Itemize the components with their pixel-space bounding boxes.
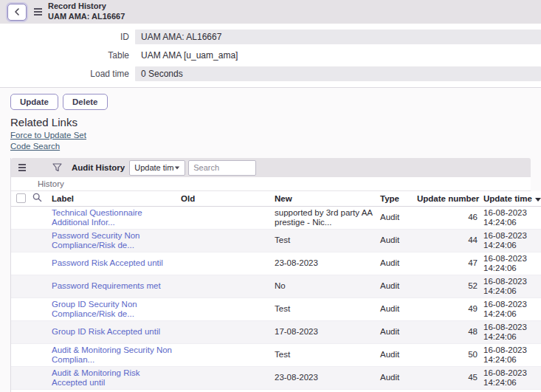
list-context-menu-button[interactable] <box>18 164 39 171</box>
list-title: Audit History <box>72 163 125 172</box>
old-value <box>179 275 272 298</box>
update-clock: 14:24:06 <box>483 241 539 250</box>
column-header-update-time[interactable]: Update time <box>481 191 541 206</box>
update-date: 16-08-2023 <box>483 254 539 264</box>
page-title-line2: UAM AMA: AL16667 <box>48 12 125 22</box>
update-time-value: 16-08-202314:24:06 <box>481 366 541 389</box>
form-row-load-time: Load time 0 Seconds <box>0 66 541 81</box>
table-row[interactable]: Technical Questionnaire Additional Infor… <box>11 206 541 229</box>
update-clock: 14:24:06 <box>483 264 539 273</box>
new-value: Test <box>272 298 378 320</box>
type-value: Audit <box>378 206 415 229</box>
record-label-link[interactable]: Group ID Risk Accepted until <box>52 327 160 336</box>
record-label-link[interactable]: Password Risk Accepted until <box>52 258 163 267</box>
update-clock: 14:24:06 <box>483 332 539 342</box>
table-row[interactable]: Group ID Security Non Compliance/Risk de… <box>11 298 541 320</box>
old-value <box>179 366 272 389</box>
new-value: Test <box>272 229 378 252</box>
column-header-update-number[interactable]: Update number <box>415 191 481 206</box>
page-title-line1: Record History <box>48 1 125 12</box>
record-label-link[interactable]: Group ID Security Non Compliance/Risk de… <box>52 300 137 318</box>
new-value: No <box>272 275 378 298</box>
column-header-update-time-label: Update time <box>483 194 532 203</box>
type-value: Audit <box>378 366 415 389</box>
chevron-left-icon <box>14 8 20 16</box>
record-label-link[interactable]: Audit & Monitoring Security Non Complian… <box>52 345 172 364</box>
sort-descending-icon <box>535 198 541 202</box>
form-footer-section: Update Delete Related Links Force to Upd… <box>0 88 541 392</box>
tab-history[interactable]: History <box>11 177 531 191</box>
table-row[interactable]: Access Mapped to Group ID No Audit 51 16… <box>11 389 541 392</box>
type-value: Audit <box>378 343 415 366</box>
update-time-value: 16-08-202314:24:06 <box>481 275 541 298</box>
chevron-down-icon <box>175 166 179 169</box>
id-field-label: ID <box>0 32 135 42</box>
new-value: 23-08-2023 <box>272 366 378 389</box>
update-date: 16-08-2023 <box>483 323 539 332</box>
table-row[interactable]: Audit & Monitoring Security Non Complian… <box>11 343 541 366</box>
update-date: 16-08-2023 <box>483 231 539 241</box>
update-date: 16-08-2023 <box>483 368 539 378</box>
column-header-new[interactable]: New <box>272 191 378 206</box>
action-buttons: Update Delete <box>10 94 531 110</box>
context-menu-button[interactable] <box>34 8 42 16</box>
column-search-icon[interactable] <box>32 193 42 202</box>
record-label-link[interactable]: Password Requirements met <box>52 281 161 290</box>
list-hamburger-icon <box>18 164 26 171</box>
back-button[interactable] <box>7 4 27 21</box>
type-value: Audit <box>378 252 415 275</box>
page-title: Record History UAM AMA: AL16667 <box>48 1 125 22</box>
new-value: 17-08-2023 <box>272 320 378 343</box>
form-row-table: Table UAM AMA [u_uam_ama] <box>0 48 541 63</box>
update-clock: 14:24:06 <box>483 355 539 365</box>
related-link-code-search[interactable]: Code Search <box>10 142 60 151</box>
load-time-field-label: Load time <box>0 69 135 79</box>
column-header-type[interactable]: Type <box>378 191 415 206</box>
table-header-row: Label Old New Type Update number Update … <box>11 191 541 206</box>
filter-funnel-icon[interactable] <box>52 163 62 172</box>
new-value: supported by 3rd party AA prestige - Nic… <box>272 206 378 229</box>
list-header-bar: Audit History Update time <box>11 158 531 177</box>
table-row[interactable]: Password Security Non Compliance/Risk de… <box>11 229 541 252</box>
select-all-checkbox[interactable] <box>16 193 26 203</box>
update-time-value: 16-08-202314:24:06 <box>481 206 541 229</box>
table-field-label: Table <box>0 50 135 61</box>
old-value <box>179 206 272 229</box>
update-number-value: 48 <box>415 320 481 343</box>
record-label-link[interactable]: Technical Questionnaire Additional Infor… <box>52 208 142 227</box>
list-search-input[interactable] <box>188 160 256 176</box>
table-row[interactable]: Group ID Risk Accepted until 17-08-2023 … <box>11 320 541 343</box>
id-field-value: UAM AMA: AL16667 <box>135 30 541 44</box>
update-date: 16-08-2023 <box>483 300 539 309</box>
update-number-value: 52 <box>415 275 481 298</box>
old-value <box>179 252 272 275</box>
sort-field-dropdown[interactable]: Update time <box>129 160 185 176</box>
delete-button[interactable]: Delete <box>63 94 108 110</box>
old-value <box>179 320 272 343</box>
update-number-value: 49 <box>415 298 481 320</box>
record-label-link[interactable]: Password Security Non Compliance/Risk de… <box>52 231 140 250</box>
related-links-heading: Related Links <box>10 116 531 128</box>
table-row[interactable]: Password Requirements met No Audit 52 16… <box>11 275 541 298</box>
table-row[interactable]: Password Risk Accepted until 23-08-2023 … <box>11 252 541 275</box>
table-field-value: UAM AMA [u_uam_ama] <box>135 48 541 63</box>
update-clock: 14:24:06 <box>483 286 539 296</box>
update-date: 16-08-2023 <box>483 345 539 355</box>
update-date: 16-08-2023 <box>483 208 539 218</box>
new-value: Test <box>272 343 378 366</box>
update-date: 16-08-2023 <box>483 277 539 286</box>
update-number-value: 45 <box>415 366 481 389</box>
new-value: 23-08-2023 <box>272 252 378 275</box>
table-row[interactable]: Audit & Monitoring Risk Accepted until 2… <box>11 366 541 389</box>
column-header-old[interactable]: Old <box>179 191 272 206</box>
update-button[interactable]: Update <box>10 94 58 110</box>
column-header-label[interactable]: Label <box>49 191 179 206</box>
old-value <box>179 343 272 366</box>
update-time-value: 16-08-202314:24:06 <box>481 343 541 366</box>
related-link-force-update-set[interactable]: Force to Update Set <box>10 131 86 140</box>
update-time-value: 16-08-202314:24:06 <box>481 389 541 392</box>
record-label-link[interactable]: Audit & Monitoring Risk Accepted until <box>52 368 140 387</box>
update-clock: 14:24:06 <box>483 378 539 388</box>
record-history-header: Record History UAM AMA: AL16667 <box>0 0 541 24</box>
type-value: Audit <box>378 275 415 298</box>
